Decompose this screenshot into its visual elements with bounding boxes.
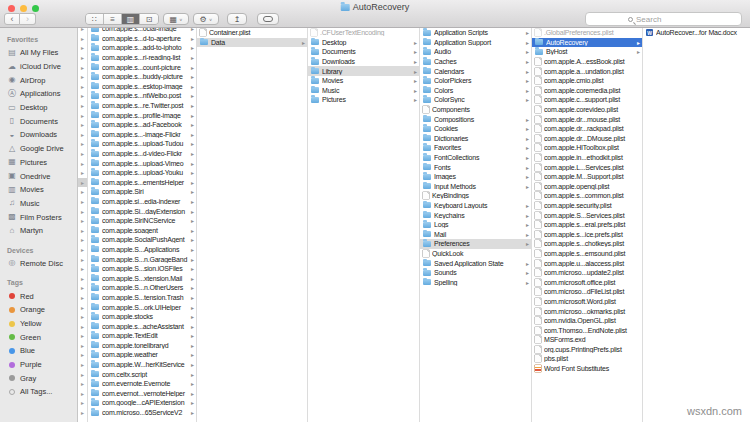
file-row-com-apple-s-ementshelper[interactable]: com.apple.s...ementsHelper▸ — [88, 178, 196, 188]
file-row-com-apple-s-xtension-mail[interactable]: com.apple.S...xtension.Mail▸ — [88, 273, 196, 283]
file-row-compositions[interactable]: Compositions▸ — [420, 114, 531, 124]
hidden-column-row[interactable]: ▸ — [78, 254, 87, 264]
file-row-com-apple-socialpushagent[interactable]: com.apple.SocialPushAgent▸ — [88, 235, 196, 245]
file-row-com-apple-s-n-otherusers[interactable]: com.apple.S...n.OtherUsers▸ — [88, 283, 196, 293]
file-row-autorecovery[interactable]: AutoRecovery▸ — [532, 38, 642, 48]
sidebar-item-music[interactable]: ♫Music — [0, 197, 77, 211]
file-row-com-apple-s-sion-iosfiles[interactable]: com.apple.S...sion.iOSFiles▸ — [88, 264, 196, 274]
file-row-application-support[interactable]: Application Support▸ — [420, 38, 531, 48]
file-row-keyboard-layouts[interactable]: Keyboard Layouts▸ — [420, 201, 531, 211]
file-row-caches[interactable]: Caches▸ — [420, 57, 531, 67]
sidebar-item-google-drive[interactable]: △Google Drive — [0, 142, 77, 156]
arrange-button[interactable]: ▦∨ — [163, 13, 189, 25]
file-row-com-microsoft-word-plist[interactable]: com.microsoft.Word.plist — [532, 297, 642, 307]
file-row-com-apple-s-d-video-flickr[interactable]: com.apple.s...d-video-Flickr▸ — [88, 149, 196, 159]
hidden-column-row[interactable]: ▸ — [78, 264, 87, 274]
file-row-com-apple-stocks[interactable]: com.apple.stocks▸ — [88, 312, 196, 322]
file-row-com-google-capiextension[interactable]: com.google...cAPIExtension▸ — [88, 398, 196, 408]
file-row-com-apple-s-re-twitter-post[interactable]: com.apple.s...re.Twitter.post▸ — [88, 101, 196, 111]
file-row-com-microso-dfilelist-plist[interactable]: com.microso...dFileList.plist — [532, 287, 642, 297]
file-row-input-methods[interactable]: Input Methods▸ — [420, 182, 531, 192]
file-row-com-apple-si-edia-indexer[interactable]: com.apple.si...edia-indexer▸ — [88, 197, 196, 207]
sidebar-item-purple[interactable]: Purple — [0, 358, 77, 372]
hidden-column-row[interactable]: ▸ — [78, 350, 87, 360]
file-row-mail[interactable]: Mail▸ — [420, 229, 531, 239]
hidden-column-row[interactable]: ▸ — [78, 110, 87, 120]
file-row-word-font-substitutes[interactable]: Word Font Substitutes — [532, 364, 642, 374]
file-row-com-apple-dr-mouse-plist[interactable]: com.apple.dr...mouse.plist — [532, 114, 642, 124]
file-row-com-apple-w-herkitservice[interactable]: com.apple.W...herKitService▸ — [88, 360, 196, 370]
action-button[interactable]: ⚙∨ — [193, 13, 219, 25]
hidden-column-row[interactable]: ▸ — [78, 91, 87, 101]
sidebar-item-desktop[interactable]: ▭Desktop — [0, 101, 77, 115]
file-row-msforms-exd[interactable]: MSForms.exd — [532, 335, 642, 345]
sidebar-item-blue[interactable]: Blue — [0, 344, 77, 358]
file-row-music[interactable]: Music▸ — [308, 86, 419, 96]
hidden-column-row[interactable]: ▸ — [78, 101, 87, 111]
hidden-column-row[interactable]: ▸ — [78, 187, 87, 197]
hidden-column-row[interactable]: ▸ — [78, 331, 87, 341]
hidden-column-row[interactable]: ▸ — [78, 62, 87, 72]
file-row-data[interactable]: Data▸ — [197, 38, 307, 48]
file-row-com-microso-update2-plist[interactable]: com.microso...update2.plist — [532, 268, 642, 278]
file-row-calendars[interactable]: Calendars▸ — [420, 66, 531, 76]
sidebar-item-remote-disc[interactable]: ◎Remote Disc — [0, 257, 77, 271]
file-row-spelling[interactable]: Spelling▸ — [420, 277, 531, 287]
file-row-com-apple-sirincservice[interactable]: com.apple.SiriNCService▸ — [88, 216, 196, 226]
file-row-pbs-plist[interactable]: pbs.plist — [532, 354, 642, 364]
hidden-column-row[interactable]: ▸ — [78, 225, 87, 235]
file-row-com-evernot-vernotehelper[interactable]: com.evernot...vernoteHelper▸ — [88, 389, 196, 399]
file-row-com-apple-s-services-plist[interactable]: com.apple.S...Services.plist — [532, 210, 642, 220]
file-row-pictures[interactable]: Pictures▸ — [308, 95, 419, 105]
file-row-colorsync[interactable]: ColorSync▸ — [420, 95, 531, 105]
file-row-com-evernote-evernote[interactable]: com.evernote.Evernote▸ — [88, 379, 196, 389]
file-row-com-apple-a-undation-plist[interactable]: com.apple.a...undation.plist — [532, 66, 642, 76]
file-row-favorites[interactable]: Favorites▸ — [420, 143, 531, 153]
file-row-com-apple-si-dayextension[interactable]: com.apple.Si...dayExtension▸ — [88, 206, 196, 216]
file-row-com-apple-s-n-garageband[interactable]: com.apple.S...n.GarageBand▸ — [88, 254, 196, 264]
hidden-column-row[interactable]: ▸ — [78, 273, 87, 283]
hidden-column-row[interactable]: ▸ — [78, 34, 87, 44]
icon-view-button[interactable]: ∷ — [86, 14, 104, 24]
file-row-com-apple-a-essbook-plist[interactable]: com.apple.A...essBook.plist — [532, 57, 642, 67]
file-row-com-apple-cmio-plist[interactable]: com.apple.cmio.plist — [532, 76, 642, 86]
file-row-cfusertextencoding[interactable]: .CFUserTextEncoding — [308, 28, 419, 38]
file-row-colors[interactable]: Colors▸ — [420, 86, 531, 96]
sidebar-item-onedrive[interactable]: ▣Onedrive — [0, 169, 77, 183]
file-row-com-apple-coremedia-plist[interactable]: com.apple.coremedia.plist — [532, 86, 642, 96]
file-row-globalpreferences-plist[interactable]: .GlobalPreferences.plist — [532, 28, 642, 38]
file-row-com-apple-s-esktop-image[interactable]: com.apple.s...esktop-image▸ — [88, 82, 196, 92]
hidden-column-row[interactable]: ▸ — [78, 120, 87, 130]
hidden-column-row[interactable]: ▸ — [78, 417, 87, 422]
hidden-column-row[interactable]: ▸ — [78, 341, 87, 351]
file-row-com-apple-s-applications[interactable]: com.apple.S...Applications▸ — [88, 245, 196, 255]
sidebar-item-airdrop[interactable]: ◉AirDrop — [0, 73, 77, 87]
hidden-column-row[interactable]: ▸ — [78, 178, 87, 188]
file-row-com-apple-siri[interactable]: com.apple.Siri▸ — [88, 187, 196, 197]
file-row-com-thomso-endnote-plist[interactable]: com.Thomso...EndNote.plist — [532, 325, 642, 335]
file-row-keychains[interactable]: Keychains▸ — [420, 210, 531, 220]
sidebar-item-downloads[interactable]: ◒Downloads — [0, 128, 77, 142]
hidden-column-row[interactable]: ▸ — [78, 398, 87, 408]
file-row-com-apple-l-services-plist[interactable]: com.apple.L...Services.plist — [532, 162, 642, 172]
file-row-preferences[interactable]: Preferences▸ — [420, 239, 531, 249]
file-row-com-apple-in-ethodkit-plist[interactable]: com.apple.in...ethodkit.plist — [532, 153, 642, 163]
sidebar-item-green[interactable]: Green — [0, 330, 77, 344]
file-row-com-apple-s-d-to-aperture[interactable]: com.apple.s...d-to-aperture▸ — [88, 34, 196, 44]
file-row-com-apple-corevideo-plist[interactable]: com.apple.corevideo.plist — [532, 105, 642, 115]
file-row-colorpickers[interactable]: ColorPickers▸ — [420, 76, 531, 86]
file-row-com-apple-s-emsound-plist[interactable]: com.apple.s...emsound.plist — [532, 249, 642, 259]
hidden-column-row[interactable]: ▸ — [78, 216, 87, 226]
file-row-com-apple-s-upload-youku[interactable]: com.apple.s...upload-Youku▸ — [88, 168, 196, 178]
file-row-com-apple-s-acheassistant[interactable]: com.apple.s...acheAssistant▸ — [88, 321, 196, 331]
hidden-column-row[interactable]: ▸ — [78, 379, 87, 389]
hidden-column-row[interactable]: ▸ — [78, 197, 87, 207]
file-row-com-apple-s-eral-prefs-plist[interactable]: com.apple.s...eral.prefs.plist — [532, 220, 642, 230]
file-row-com-apple-s-chotkeys-plist[interactable]: com.apple.s...chotkeys.plist — [532, 239, 642, 249]
file-row-byhost[interactable]: ByHost▸ — [532, 47, 642, 57]
file-row-com-apple-dr-rackpad-plist[interactable]: com.apple.dr...rackpad.plist — [532, 124, 642, 134]
file-row-com-apple-dr-dmouse-plist[interactable]: com.apple.dr...DMouse.plist — [532, 134, 642, 144]
sidebar-item-all-my-files[interactable]: ▤All My Files — [0, 46, 77, 60]
minimize-button[interactable] — [20, 5, 27, 12]
file-row-documents[interactable]: Documents▸ — [308, 47, 419, 57]
